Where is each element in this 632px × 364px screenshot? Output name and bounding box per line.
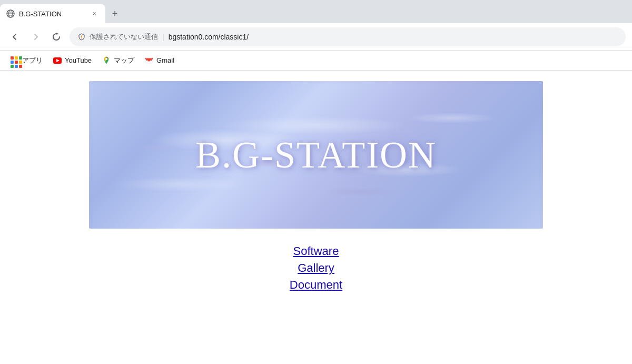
tab-favicon-icon xyxy=(6,9,15,18)
address-bar[interactable]: 保護されていない通信 | bgstation0.com/classic1/ xyxy=(70,27,626,46)
forward-button[interactable] xyxy=(27,28,44,45)
tab-bar: B.G-STATION × + xyxy=(0,0,632,23)
document-link[interactable]: Document xyxy=(290,278,342,292)
bookmarks-bar: アプリ YouTube マップ xyxy=(0,51,632,71)
svg-point-6 xyxy=(81,37,82,38)
bookmark-apps[interactable]: アプリ xyxy=(6,54,47,67)
bookmark-maps[interactable]: マップ xyxy=(98,54,139,67)
site-nav: Software Gallery Document xyxy=(290,244,342,292)
address-separator: | xyxy=(162,33,164,41)
tab-title: B.G-STATION xyxy=(19,10,85,18)
svg-point-9 xyxy=(105,58,107,60)
security-text: 保護されていない通信 xyxy=(90,32,158,42)
tab-close-button[interactable]: × xyxy=(90,9,99,18)
page-content: B.G-STATION Software Gallery Document xyxy=(0,71,632,364)
maps-icon xyxy=(102,56,111,65)
software-link[interactable]: Software xyxy=(293,244,339,258)
youtube-icon xyxy=(53,56,62,65)
nav-bar: 保護されていない通信 | bgstation0.com/classic1/ xyxy=(0,23,632,51)
bookmark-gmail[interactable]: Gmail xyxy=(141,54,179,67)
bookmark-apps-label: アプリ xyxy=(22,56,43,65)
security-icon xyxy=(78,33,85,41)
bookmark-youtube-label: YouTube xyxy=(65,56,92,64)
address-url: bgstation0.com/classic1/ xyxy=(169,33,249,41)
bookmark-maps-label: マップ xyxy=(114,56,134,65)
apps-grid-icon xyxy=(11,56,19,65)
active-tab[interactable]: B.G-STATION × xyxy=(0,4,105,23)
bookmark-gmail-label: Gmail xyxy=(156,56,174,64)
browser-chrome: B.G-STATION × + xyxy=(0,0,632,71)
bookmark-youtube[interactable]: YouTube xyxy=(49,54,96,67)
reload-button[interactable] xyxy=(48,28,65,45)
gmail-icon xyxy=(145,56,153,65)
new-tab-button[interactable]: + xyxy=(107,6,122,21)
hero-title: B.G-STATION xyxy=(195,133,437,177)
gallery-link[interactable]: Gallery xyxy=(298,261,334,275)
hero-banner: B.G-STATION xyxy=(89,81,543,229)
back-button[interactable] xyxy=(6,28,23,45)
